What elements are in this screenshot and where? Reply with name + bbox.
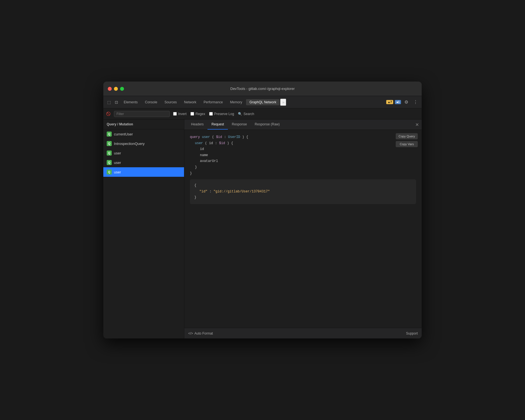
filter-bar: 🚫 Invert Regex Preserve Log 🔍 Search [103, 108, 422, 120]
vars-line-1: { [194, 183, 412, 189]
more-tabs-button[interactable]: » [280, 99, 286, 106]
query-code-block: query user ( $id : UserID ) { user ( id … [190, 134, 416, 176]
query-badge-introspectionquery: Q [107, 141, 112, 146]
info-badge: ■1 [395, 100, 401, 104]
tab-actions: ▲7 ■1 ⚙ ⋮ [386, 98, 419, 106]
tab-memory[interactable]: Memory [227, 99, 245, 105]
settings-icon[interactable]: ⚙ [403, 98, 410, 106]
copy-vars-button[interactable]: Copy Vars [396, 141, 418, 147]
sidebar: Query / Mutation Q currentUser Q Introsp… [103, 120, 184, 338]
code-line-7: } [190, 171, 416, 177]
invert-checkbox-label[interactable]: Invert [173, 112, 187, 116]
tab-performance[interactable]: Performance [200, 99, 226, 105]
tab-headers[interactable]: Headers [187, 120, 207, 130]
query-badge-user3: Q [107, 170, 112, 175]
filter-input-wrap [114, 111, 170, 117]
tab-bar: ⬚ ⊡ Elements Console Sources Network Per… [103, 96, 422, 108]
sidebar-header: Query / Mutation [103, 120, 184, 129]
code-area: Copy Query Copy Vars query user ( $id : … [184, 130, 422, 328]
drawer-icon[interactable]: ⊡ [113, 99, 120, 106]
code-line-3: id [190, 146, 416, 152]
close-detail-button[interactable]: ✕ [415, 122, 419, 127]
tab-graphql-network[interactable]: GraphQL Network [246, 99, 280, 105]
detail-panel: Headers Request Response Response (Raw) … [184, 120, 422, 338]
detail-tabs: Headers Request Response Response (Raw) … [184, 120, 422, 130]
query-badge-user1: Q [107, 151, 112, 156]
search-label: Search [244, 112, 254, 116]
sidebar-item-label-user3: user [114, 170, 121, 174]
close-button[interactable] [108, 87, 112, 91]
auto-format-label: Auto Format [194, 331, 213, 335]
filter-input[interactable] [114, 111, 170, 117]
maximize-button[interactable] [120, 87, 124, 91]
sidebar-item-label-user1: user [114, 151, 121, 155]
query-badge-currentuser: Q [107, 132, 112, 137]
devtools-window: DevTools - gitlab.com/-/graphql-explorer… [103, 82, 422, 338]
tab-request[interactable]: Request [207, 120, 228, 130]
bottom-bar: </> Auto Format Support [184, 328, 422, 338]
sidebar-item-label-introspectionquery: IntrospectionQuery [114, 142, 145, 146]
cursor-icon[interactable]: ⬚ [106, 99, 113, 106]
sidebar-item-introspectionquery[interactable]: Q IntrospectionQuery [103, 139, 184, 148]
regex-checkbox[interactable] [190, 112, 194, 116]
tab-elements[interactable]: Elements [120, 99, 141, 105]
vars-line-2: "id" : "gid://gitlab/User/13704317" [194, 189, 412, 195]
invert-checkbox[interactable] [173, 112, 177, 116]
filter-icon: 🚫 [106, 112, 111, 116]
regex-checkbox-label[interactable]: Regex [190, 112, 205, 116]
filter-options: Invert Regex Preserve Log 🔍 Search [173, 112, 419, 116]
main-content: Query / Mutation Q currentUser Q Introsp… [103, 120, 422, 338]
tab-network[interactable]: Network [181, 99, 200, 105]
sidebar-item-label-user2: user [114, 161, 121, 165]
support-link[interactable]: Support [406, 331, 418, 335]
invert-label: Invert [178, 112, 187, 116]
func-name-user: user [202, 135, 210, 139]
code-line-2: user ( id : $id ) { [190, 140, 416, 147]
tab-sources[interactable]: Sources [161, 99, 180, 105]
warning-badge: ▲7 [386, 100, 393, 104]
more-options-icon[interactable]: ⋮ [412, 98, 419, 106]
tab-console[interactable]: Console [142, 99, 161, 105]
search-wrap[interactable]: 🔍 Search [238, 112, 254, 116]
copy-query-button[interactable]: Copy Query [396, 133, 418, 139]
regex-label: Regex [195, 112, 205, 116]
code-line-5: avatarUrl [190, 158, 416, 164]
preserve-log-checkbox-label[interactable]: Preserve Log [209, 112, 234, 116]
sidebar-item-user2[interactable]: Q user [103, 158, 184, 167]
code-line-6: } [190, 164, 416, 171]
minimize-button[interactable] [114, 87, 118, 91]
tab-response-raw[interactable]: Response (Raw) [251, 120, 283, 130]
sidebar-item-currentuser[interactable]: Q currentUser [103, 129, 184, 139]
title-bar: DevTools - gitlab.com/-/graphql-explorer [103, 82, 422, 96]
code-line-1: query user ( $id : UserID ) { [190, 134, 416, 140]
code-line-4: name [190, 152, 416, 159]
keyword-query: query [190, 135, 200, 139]
traffic-lights [108, 87, 124, 91]
copy-buttons: Copy Query Copy Vars [396, 133, 418, 147]
query-badge-user2: Q [107, 160, 112, 165]
auto-format-button[interactable]: </> Auto Format [188, 331, 213, 335]
window-title: DevTools - gitlab.com/-/graphql-explorer [230, 87, 295, 91]
auto-format-icon: </> [188, 331, 193, 335]
sidebar-item-label-currentuser: currentUser [114, 132, 133, 136]
vars-line-3: } [194, 195, 412, 201]
sidebar-item-user3[interactable]: Q user [103, 167, 184, 177]
preserve-log-checkbox[interactable] [209, 112, 213, 116]
search-icon: 🔍 [238, 112, 242, 116]
preserve-log-label: Preserve Log [214, 112, 234, 116]
sidebar-item-user1[interactable]: Q user [103, 148, 184, 158]
vars-code-block: { "id" : "gid://gitlab/User/13704317" } [190, 179, 416, 204]
tab-response[interactable]: Response [228, 120, 251, 130]
